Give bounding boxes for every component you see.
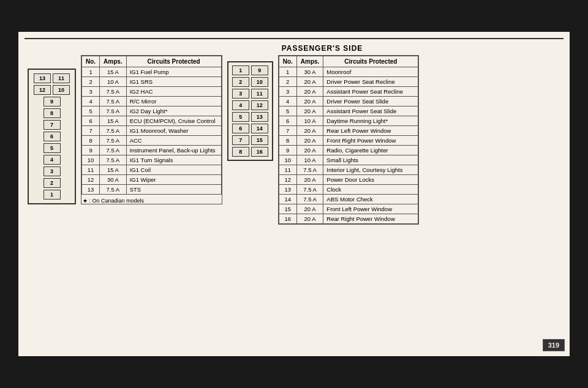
cell-no: 8 bbox=[279, 136, 296, 146]
fuse-cell-4: 4 bbox=[232, 100, 249, 110]
cell-no: 16 bbox=[279, 214, 296, 224]
table-row: 11 15 A IG1 Coil bbox=[82, 165, 222, 175]
cell-no: 11 bbox=[82, 165, 100, 175]
fuse-row: 5 bbox=[34, 143, 70, 153]
table-row: 5 20 A Assistant Power Seat Slide bbox=[279, 106, 418, 116]
table-row: 2 20 A Driver Power Seat Recline bbox=[279, 77, 418, 87]
fuse-cell-14: 14 bbox=[251, 124, 268, 133]
cell-circuit: Front Right Power Window bbox=[323, 136, 418, 146]
cell-circuit: IG1 Wiper bbox=[126, 175, 221, 185]
fuse-cell-7: 7 bbox=[232, 135, 249, 145]
cell-amps: 7.5 A bbox=[100, 146, 127, 155]
cell-circuit: STS bbox=[126, 185, 221, 195]
fuse-cell-12: 12 bbox=[251, 100, 268, 110]
cell-no: 12 bbox=[279, 175, 296, 185]
cell-circuit: Assistant Power Seat Slide bbox=[323, 106, 418, 116]
fuse-row: 311 bbox=[232, 89, 268, 99]
top-line bbox=[24, 38, 564, 39]
fuse-row: 9 bbox=[34, 97, 70, 106]
table-row: 3 20 A Assistant Power Seat Recline bbox=[279, 87, 418, 97]
cell-circuit: IG1 Moonroof, Washer bbox=[126, 126, 221, 136]
cell-circuit: ABS Motor Check bbox=[323, 195, 418, 204]
table-row: 11 7.5 A Interior Light, Courtesy Lights bbox=[279, 165, 418, 175]
fuse-row: 12 10 bbox=[34, 85, 70, 95]
table-row: 14 7.5 A ABS Motor Check bbox=[279, 195, 418, 204]
cell-circuit: Driver Power Seat Recline bbox=[323, 77, 418, 87]
cell-amps: 20 A bbox=[296, 204, 323, 214]
table-row: 1 30 A Moonroof bbox=[279, 67, 418, 77]
cell-circuit: Power Door Locks bbox=[323, 175, 418, 185]
cell-amps: 15 A bbox=[100, 116, 127, 126]
cell-no: 13 bbox=[82, 185, 100, 195]
cell-amps: 20 A bbox=[296, 126, 323, 136]
fuse-cell-6: 6 bbox=[43, 132, 61, 141]
cell-no: 14 bbox=[279, 195, 296, 204]
fuse-cell-3: 3 bbox=[43, 166, 61, 176]
cell-no: 10 bbox=[82, 155, 100, 165]
table-row: 4 20 A Driver Power Seat Slide bbox=[279, 97, 418, 106]
cell-amps: 10 A bbox=[100, 77, 127, 87]
fuse-cell-1: 1 bbox=[43, 190, 61, 200]
cell-amps: 20 A bbox=[296, 214, 323, 224]
cell-no: 6 bbox=[279, 116, 296, 126]
cell-no: 11 bbox=[279, 165, 296, 175]
cell-no: 7 bbox=[82, 126, 100, 136]
cell-no: 10 bbox=[279, 155, 296, 165]
fuse-cell-11: 11 bbox=[53, 73, 70, 83]
fuse-cell-12: 12 bbox=[34, 85, 51, 95]
cell-circuit: Small Lights bbox=[323, 155, 418, 165]
cell-amps: 7.5 A bbox=[100, 106, 127, 116]
cell-amps: 20 A bbox=[296, 77, 323, 87]
fuse-cell-11: 11 bbox=[251, 89, 268, 99]
right-col-amps: Amps. bbox=[296, 56, 323, 67]
fuse-row: 412 bbox=[232, 100, 268, 110]
table-row: 10 10 A Small Lights bbox=[279, 155, 418, 165]
cell-circuit: ECU (ECM/PCM), Cruise Control bbox=[126, 116, 221, 126]
table-row: 5 7.5 A IG2 Day Light* bbox=[82, 106, 222, 116]
table-row: 13 7.5 A STS bbox=[82, 185, 222, 195]
cell-no: 15 bbox=[279, 204, 296, 214]
right-table: No. Amps. Circuits Protected 1 30 A Moon… bbox=[278, 55, 420, 225]
content-area: 13 11 12 10 9 8 7 6 bbox=[24, 44, 564, 350]
fuse-cell-13: 13 bbox=[251, 112, 268, 122]
cell-amps: 15 A bbox=[100, 67, 127, 77]
fuse-cell-5: 5 bbox=[43, 143, 61, 153]
cell-amps: 7.5 A bbox=[100, 97, 127, 106]
cell-circuit: Front Left Power Window bbox=[323, 204, 418, 214]
fuse-cell-2: 2 bbox=[232, 77, 249, 87]
cell-circuit: Daytime Running Light* bbox=[323, 116, 418, 126]
cell-amps: 20 A bbox=[296, 97, 323, 106]
cell-circuit: Rear Right Power Window bbox=[323, 214, 418, 224]
fuse-row: 13 11 bbox=[34, 73, 70, 83]
table-row: 12 30 A IG1 Wiper bbox=[82, 175, 222, 185]
cell-no: 8 bbox=[82, 136, 100, 146]
table-row: 3 7.5 A IG2 HAC bbox=[82, 87, 222, 97]
table-row: 7 7.5 A IG1 Moonroof, Washer bbox=[82, 126, 222, 136]
table-row: 12 20 A Power Door Locks bbox=[279, 175, 418, 185]
fuse-cell-8: 8 bbox=[232, 147, 249, 157]
cell-no: 4 bbox=[82, 97, 100, 106]
table-row: 1 15 A IG1 Fuel Pump bbox=[82, 67, 222, 77]
right-col-no: No. bbox=[279, 56, 296, 67]
fuse-row: 715 bbox=[232, 135, 268, 145]
cell-amps: 15 A bbox=[100, 165, 127, 175]
cell-no: 1 bbox=[279, 67, 296, 77]
cell-circuit: Radio, Cigarette Lighter bbox=[323, 146, 418, 155]
cell-amps: 10 A bbox=[296, 155, 323, 165]
page-number: 319 bbox=[543, 339, 565, 351]
left-col-circuits: Circuits Protected bbox=[126, 56, 221, 67]
fuse-row: 3 bbox=[34, 166, 70, 176]
fuse-cell-1: 1 bbox=[232, 65, 249, 75]
cell-amps: 7.5 A bbox=[100, 136, 127, 146]
cell-circuit: IG2 Day Light* bbox=[126, 106, 221, 116]
cell-amps: 7.5 A bbox=[100, 87, 127, 97]
cell-amps: 7.5 A bbox=[296, 165, 323, 175]
fuse-cell-4: 4 bbox=[43, 155, 61, 165]
fuse-cell-5: 5 bbox=[232, 112, 249, 122]
cell-no: 9 bbox=[279, 146, 296, 155]
fuse-row: 4 bbox=[34, 155, 70, 165]
table-row: 8 7.5 A ACC bbox=[82, 136, 222, 146]
cell-no: 1 bbox=[82, 67, 100, 77]
table-row: 6 10 A Daytime Running Light* bbox=[279, 116, 418, 126]
table-row: 9 7.5 A Instrument Panel, Back-up Lights bbox=[82, 146, 222, 155]
